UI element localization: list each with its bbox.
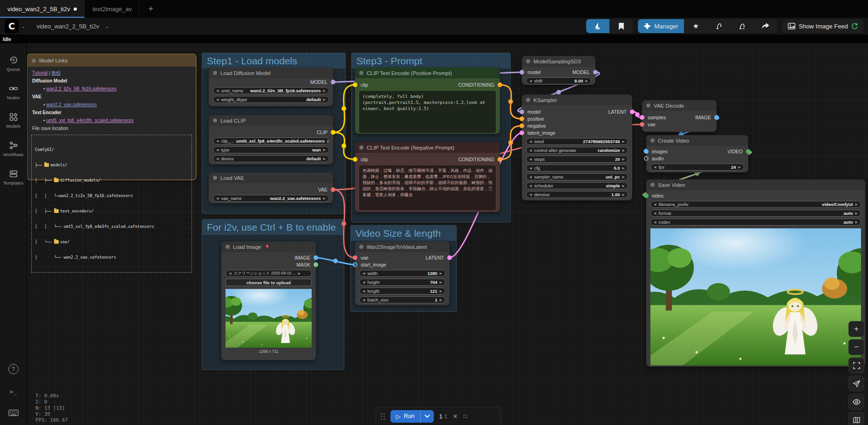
run-button[interactable]: ▷ Run	[390, 410, 434, 423]
new-tab-button[interactable]: +	[140, 0, 162, 18]
node-create-video[interactable]: Create Video images VIDEO audio fps24	[646, 135, 748, 172]
widget-codec[interactable]: codecauto	[650, 219, 861, 226]
input-slot-images[interactable]	[644, 149, 649, 154]
widget-height[interactable]: height704	[359, 279, 445, 286]
widget-image-select[interactable]: スクリーンショット 2025-09-10 ...	[226, 270, 312, 277]
output-slot-image[interactable]	[314, 255, 318, 260]
sidebar-item-workflows[interactable]: Workflows	[0, 141, 27, 157]
input-slot-latent-image[interactable]	[519, 130, 524, 135]
decrement-icon[interactable]: ▼	[444, 416, 447, 419]
collapse-dot[interactable]	[650, 138, 655, 143]
input-slot-vae[interactable]	[640, 122, 644, 127]
collapse-dot[interactable]	[526, 59, 530, 63]
widget-weight-dtype[interactable]: weight_dtypedefault	[213, 96, 329, 103]
input-slot-clip[interactable]	[353, 157, 357, 162]
stop-button[interactable]: □	[464, 413, 467, 419]
collapse-dot[interactable]	[213, 71, 217, 75]
widget-vae-name[interactable]: vae_namewan2.2_vae.safetensors	[213, 195, 329, 202]
group-video-size-title[interactable]: Video Size & length	[351, 226, 456, 241]
terminal-button[interactable]: >_	[10, 388, 17, 395]
bookmark-button[interactable]	[609, 19, 633, 33]
widget-fps[interactable]: fps24	[650, 164, 744, 171]
vae-link[interactable]: wan2.2_vae.safetensors	[46, 102, 96, 107]
collapse-dot[interactable]	[526, 98, 530, 102]
widget-shift[interactable]: shift8.00	[526, 77, 591, 84]
comfyui-logo[interactable]: C	[5, 19, 19, 33]
collapse-dot[interactable]	[359, 245, 363, 249]
collapse-dot[interactable]	[646, 103, 650, 108]
collapse-dot[interactable]	[213, 118, 217, 123]
input-slot-video[interactable]	[644, 193, 649, 198]
share-button[interactable]	[754, 19, 777, 33]
output-slot-conditioning[interactable]	[498, 157, 502, 162]
output-slot-vae[interactable]	[331, 187, 335, 192]
input-slot-start-image[interactable]	[353, 262, 357, 267]
node-model-sampling-sd3[interactable]: ModelSamplingSD3 model MODEL shift8.00	[522, 56, 595, 85]
widget-cfg[interactable]: cfg5.0	[526, 165, 628, 171]
node-load-clip[interactable]: Load CLIP CLIP clip_...umt5_xxl_fp8_e4m3…	[209, 115, 333, 165]
workflow-name[interactable]: video_wan2_2_5B_ti2v ⌄	[36, 23, 112, 30]
node-load-image[interactable]: Load Image IMAGE MASK スクリーンショット 2025-09-…	[221, 241, 316, 360]
input-slot-clip[interactable]	[353, 82, 357, 87]
input-slot-model[interactable]	[519, 70, 524, 75]
widget-denoise[interactable]: denoise1.00	[526, 191, 628, 198]
upload-button[interactable]: choose file to upload	[226, 279, 312, 286]
help-button[interactable]: ?	[8, 364, 19, 374]
zoom-in-button[interactable]: +	[848, 321, 864, 337]
show-image-feed-button[interactable]: Show Image Feed	[782, 19, 864, 33]
diffusion-model-link[interactable]: wan2.2_ti2v_5B_fp16.safetensors	[46, 86, 116, 91]
collapse-dot[interactable]	[213, 176, 217, 180]
select-mode-button[interactable]	[848, 376, 864, 391]
widget-clip-name[interactable]: clip_...umt5_xxl_fp8_e4m3fn_scaled.safet…	[213, 137, 329, 144]
positive-prompt-textarea[interactable]: (completely, full body) (portrait,portra…	[359, 91, 496, 133]
input-slot-negative[interactable]	[519, 123, 524, 128]
widget-control-after-generate[interactable]: control after generaterandomize	[526, 147, 628, 154]
sidebar-item-models[interactable]: Models	[0, 112, 27, 129]
image-preview[interactable]	[226, 289, 312, 348]
tutorial-link-zh[interactable]: 教程	[51, 70, 61, 75]
video-preview[interactable]	[650, 228, 861, 365]
text-encoder-link[interactable]: umt5_xxl_fp8_e4m3fn_scaled.safetensors	[46, 118, 133, 123]
toggle-link-visibility-button[interactable]	[848, 394, 864, 410]
run-options-button[interactable]	[420, 410, 434, 423]
widget-steps[interactable]: steps20	[526, 156, 628, 163]
widget-length[interactable]: length121	[359, 288, 445, 295]
group-step3-title[interactable]: Step3 - Prompt	[352, 53, 510, 69]
widget-sampler-name[interactable]: sampler_nameuni_pc	[526, 173, 628, 180]
manager-button[interactable]: Manager	[638, 19, 684, 33]
node-model-links[interactable]: Model Links Tutorial | 教程 Diffusion Mode…	[27, 54, 197, 180]
node-clip-encode-positive[interactable]: CLIP Text Encode (Positive Prompt) clip …	[355, 68, 500, 134]
extension-button-a[interactable]	[707, 19, 731, 33]
fit-view-button[interactable]	[848, 357, 864, 373]
extension-button-b[interactable]	[731, 19, 754, 33]
output-slot-clip[interactable]	[331, 130, 335, 135]
widget-format[interactable]: formatauto	[650, 210, 861, 217]
assets-toggle-button[interactable]	[586, 19, 609, 33]
collapse-dot[interactable]	[650, 183, 655, 187]
node-vae-decode[interactable]: VAE Decode samples IMAGE vae	[642, 100, 717, 132]
group-step1-title[interactable]: Step1 - Load models	[202, 53, 345, 69]
widget-batch-size[interactable]: batch_size1	[359, 296, 445, 303]
widget-filename-prefix[interactable]: filename_prefixvideo/ComfyUI	[650, 201, 861, 208]
tab-text2image[interactable]: text2image_av	[85, 0, 140, 18]
input-slot-vae[interactable]	[353, 255, 357, 260]
collapse-dot[interactable]	[359, 145, 363, 150]
output-slot-model[interactable]	[593, 70, 598, 75]
widget-type[interactable]: typewan	[213, 146, 329, 153]
star-button[interactable]: ★	[684, 19, 707, 33]
widget-unet-name[interactable]: unet_namewan2.2_ti2v_5B_fp16.safetensors	[213, 87, 329, 94]
node-load-vae[interactable]: Load VAE VAE vae_namewan2.2_vae.safetens…	[209, 172, 333, 203]
widget-seed[interactable]: seed274785682553745	[526, 138, 628, 145]
node-wan22-image-to-video-latent[interactable]: Wan22ImageToVideoLatent vae LATENT start…	[355, 241, 450, 305]
node-clip-encode-negative[interactable]: CLIP Text Encode (Negative Prompt) clip …	[355, 142, 500, 212]
drag-handle[interactable]	[381, 413, 385, 420]
sidebar-item-queue[interactable]: Queue	[0, 55, 27, 72]
node-save-video[interactable]: Save Video video filename_prefixvideo/Co…	[646, 179, 865, 367]
collapse-dot[interactable]	[226, 245, 230, 249]
collapse-dot[interactable]	[32, 59, 36, 63]
input-slot-positive[interactable]	[519, 117, 524, 121]
negative-prompt-textarea[interactable]: 色调艳丽，过曝，静态，细节模糊不清，字幕，风格，作品，画作，画面，静止，整体发灰…	[359, 165, 496, 210]
sidebar-item-templates[interactable]: Templates	[0, 169, 27, 185]
clear-queue-button[interactable]: ✕	[453, 413, 458, 420]
widget-device[interactable]: devicedefault	[213, 155, 329, 162]
